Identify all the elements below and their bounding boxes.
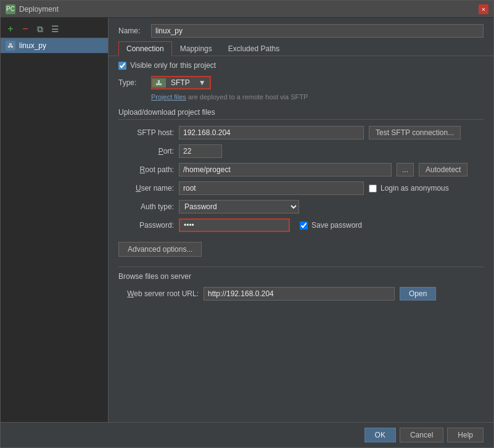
advanced-options-button[interactable]: Advanced options... <box>118 242 202 257</box>
tab-connection[interactable]: Connection <box>118 41 172 56</box>
save-password-row: Save password <box>300 221 362 230</box>
save-password-label: Save password <box>311 221 362 230</box>
cancel-button[interactable]: Cancel <box>400 428 443 442</box>
menu-button[interactable]: ☰ <box>49 23 61 35</box>
password-row: Password: Save password <box>118 218 484 232</box>
deployment-dialog: PC Deployment × + − ⧉ ☰ 🖧 linux_py Name: <box>0 0 494 448</box>
titlebar-left: PC Deployment <box>6 4 59 14</box>
section-divider <box>118 267 484 267</box>
dialog-title: Deployment <box>19 5 59 14</box>
visible-checkbox[interactable] <box>118 62 126 70</box>
add-server-button[interactable]: + <box>4 23 17 35</box>
server-icon: 🖧 <box>6 41 15 51</box>
tab-excluded-paths[interactable]: Excluded Paths <box>220 41 287 56</box>
copy-server-button[interactable]: ⧉ <box>34 23 46 35</box>
sftp-host-input[interactable] <box>179 126 364 139</box>
web-url-row: Web server root URL: Open <box>118 287 484 301</box>
sidebar-toolbar: + − ⧉ ☰ <box>1 20 108 38</box>
sidebar-item-linux-py[interactable]: 🖧 linux_py <box>1 38 108 53</box>
visible-label: Visible only for this project <box>130 61 216 70</box>
name-label: Name: <box>118 27 146 35</box>
content-panel: Name: Connection Mappings Excluded Paths… <box>109 18 493 422</box>
hint-text: Project files are deployed to a remote h… <box>151 93 484 101</box>
ok-button[interactable]: OK <box>364 428 396 442</box>
tabs: Connection Mappings Excluded Paths <box>109 41 493 56</box>
root-path-input[interactable] <box>179 163 392 176</box>
root-path-row: Root path: ... Autodetect <box>118 163 484 176</box>
username-input[interactable] <box>179 181 364 195</box>
upload-section-title: Upload/download project files <box>118 108 484 120</box>
remove-server-button[interactable]: − <box>19 23 31 35</box>
test-sftp-button[interactable]: Test SFTP connection... <box>369 126 461 139</box>
anonymous-label: Login as anonymous <box>381 184 449 193</box>
web-url-label: Web server root URL: <box>118 289 199 298</box>
titlebar: PC Deployment × <box>1 1 493 18</box>
sidebar: + − ⧉ ☰ 🖧 linux_py <box>1 18 109 422</box>
open-button[interactable]: Open <box>400 287 436 301</box>
help-button[interactable]: Help <box>447 428 484 442</box>
port-label: Port: <box>118 147 174 156</box>
footer: OK Cancel Help <box>1 422 493 447</box>
username-row: User name: Login as anonymous <box>118 181 484 195</box>
main-content: + − ⧉ ☰ 🖧 linux_py Name: Connection Mapp… <box>1 18 493 422</box>
save-password-checkbox[interactable] <box>300 222 308 230</box>
password-input[interactable] <box>179 218 290 232</box>
auth-type-select[interactable]: Password Key pair OpenSSH config and aut… <box>179 200 299 214</box>
root-path-label: Root path: <box>118 165 174 174</box>
anonymous-checkbox[interactable] <box>369 185 377 193</box>
connection-section: Visible only for this project Type: 🖧 SF… <box>109 61 493 305</box>
username-label: User name: <box>118 184 174 193</box>
hint-suffix: are deployed to a remote host via SFTP <box>186 93 308 101</box>
browse-section-title: Browse files on server <box>118 272 484 281</box>
app-icon: PC <box>6 4 15 14</box>
close-button[interactable]: × <box>479 4 488 14</box>
sftp-icon: 🖧 <box>152 78 166 88</box>
type-row: Type: 🖧 SFTP ▼ <box>118 76 484 89</box>
tab-mappings[interactable]: Mappings <box>172 41 220 56</box>
visible-checkbox-row: Visible only for this project <box>118 61 484 70</box>
anonymous-checkbox-row: Login as anonymous <box>369 184 449 193</box>
password-label: Password: <box>118 221 174 230</box>
port-input[interactable] <box>179 144 222 158</box>
web-url-input[interactable] <box>204 287 395 301</box>
sftp-host-row: SFTP host: Test SFTP connection... <box>118 126 484 139</box>
sidebar-item-label: linux_py <box>19 41 46 50</box>
type-value: SFTP <box>166 77 195 88</box>
sftp-host-label: SFTP host: <box>118 128 174 137</box>
name-row: Name: <box>109 18 493 41</box>
browse-button[interactable]: ... <box>397 163 414 176</box>
type-label: Type: <box>118 78 146 87</box>
autodetect-button[interactable]: Autodetect <box>419 163 467 176</box>
auth-type-label: Auth type: <box>118 202 174 211</box>
type-dropdown-arrow[interactable]: ▼ <box>195 77 210 88</box>
auth-type-row: Auth type: Password Key pair OpenSSH con… <box>118 200 484 214</box>
name-input[interactable] <box>151 24 484 38</box>
hint-prefix[interactable]: Project files <box>151 93 186 101</box>
port-row: Port: <box>118 144 484 158</box>
type-select-container[interactable]: 🖧 SFTP ▼ <box>151 76 211 89</box>
